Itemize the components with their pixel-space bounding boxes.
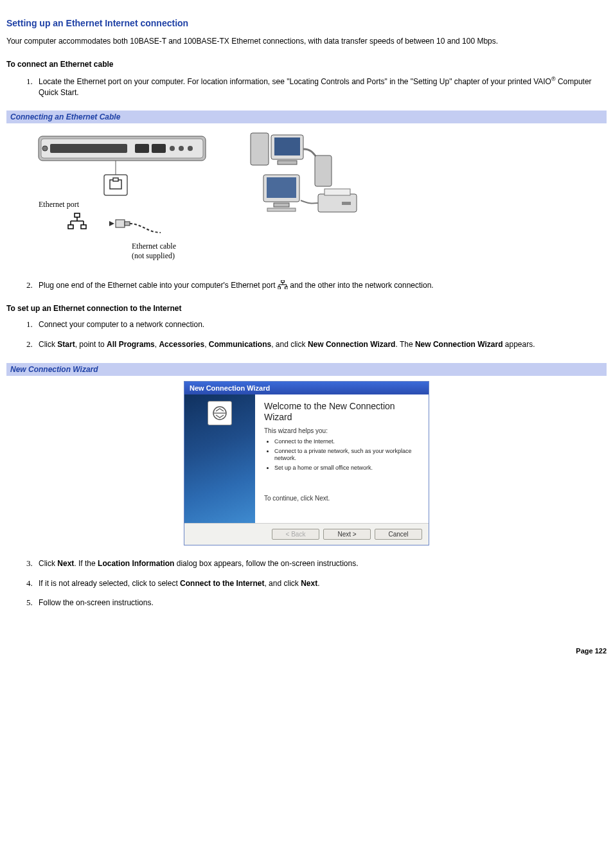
steps-connect-cable: Locate the Ethernet port on your compute… [6, 75, 607, 98]
step-b3-t1: . If the [74, 559, 98, 568]
svg-rect-12 [113, 178, 118, 181]
svg-rect-34 [267, 208, 296, 211]
step-b4-b1: Next [301, 579, 317, 588]
wizard-bullet-2: Set up a home or small office network. [274, 465, 420, 472]
step-b5: Follow the on-screen instructions. [35, 598, 607, 608]
svg-rect-35 [281, 280, 285, 283]
wizard-bullet-1: Connect to a private network, such as yo… [274, 448, 420, 462]
page-title: Setting up an Ethernet Internet connecti… [6, 18, 607, 28]
label-cable-2: (not supplied) [132, 251, 175, 260]
step-b1: Connect your computer to a network conne… [35, 319, 607, 330]
step-b2-t5: . The [395, 340, 414, 349]
step-b2-b0: Start [57, 340, 75, 349]
wizard-back-button[interactable]: < Back [272, 529, 319, 540]
step-b3-b0: Next [57, 559, 74, 568]
svg-point-7 [179, 146, 184, 151]
step-b4-b0: Connect to the Internet [180, 579, 264, 588]
wizard-heading: Welcome to the New Connection Wizard [264, 401, 420, 423]
step-a1-pre: Locate the Ethernet port on your compute… [39, 77, 551, 86]
section-bar-cable: Connecting an Ethernet Cable [6, 111, 607, 123]
svg-rect-29 [324, 189, 350, 195]
connection-icon [208, 401, 232, 425]
subhead-setup-internet: To set up an Ethernet connection to the … [6, 304, 607, 313]
step-b3-t0: Click [39, 559, 57, 568]
svg-rect-5 [152, 144, 166, 153]
svg-rect-32 [267, 177, 296, 198]
step-b2-t6: appears. [503, 340, 535, 349]
steps-setup-internet-2: Click Next. If the Location Information … [6, 558, 607, 608]
svg-point-8 [188, 146, 193, 151]
svg-rect-26 [278, 161, 297, 164]
step-b2-b2: Accessories [159, 340, 204, 349]
svg-rect-41 [285, 287, 288, 290]
svg-rect-13 [75, 213, 80, 217]
steps-connect-cable-2: Plug one end of the Ethernet cable into … [6, 280, 607, 291]
svg-point-3 [42, 146, 48, 151]
step-b4-t2: . [317, 579, 319, 588]
step-b2-b1: All Programs [107, 340, 155, 349]
step-a2-pre: Plug one end of the Ethernet cable into … [39, 281, 278, 290]
svg-rect-23 [251, 133, 269, 165]
svg-rect-33 [274, 203, 289, 207]
intro-paragraph: Your computer accommodates both 10BASE-T… [6, 36, 607, 47]
step-b1-text: Connect your computer to a network conne… [39, 320, 204, 329]
svg-rect-19 [81, 225, 86, 229]
svg-rect-20 [116, 220, 125, 227]
svg-point-6 [170, 146, 175, 151]
svg-rect-2 [50, 144, 127, 153]
illustration-network [244, 130, 366, 233]
wizard-titlebar: New Connection Wizard [184, 382, 429, 394]
step-b4: If it is not already selected, click to … [35, 578, 607, 589]
step-b2-b4: New Connection Wizard [308, 340, 396, 349]
wizard-continue: To continue, click Next. [264, 495, 420, 502]
figure-ethernet-cable: Ethernet port Ethernet cable (not suppli… [6, 130, 607, 265]
step-a2-post: and the other into the network connectio… [290, 281, 433, 290]
wizard-body: Welcome to the New Connection Wizard Thi… [184, 394, 429, 524]
subhead-connect-cable: To connect an Ethernet cable [6, 60, 607, 69]
step-b2-t1: , point to [75, 340, 107, 349]
wizard-left-panel [184, 394, 255, 523]
step-b2-t4: , and click [271, 340, 308, 349]
wizard-cancel-button[interactable]: Cancel [375, 529, 422, 540]
wizard-sub: This wizard helps you: [264, 427, 420, 434]
step-a1: Locate the Ethernet port on your compute… [35, 75, 607, 98]
svg-rect-21 [125, 222, 130, 226]
wizard-right-panel: Welcome to the New Connection Wizard Thi… [255, 394, 429, 523]
step-b2-t0: Click [39, 340, 57, 349]
steps-setup-internet: Connect your computer to a network conne… [6, 319, 607, 350]
step-b2-b3: Communications [209, 340, 271, 349]
section-bar-wizard: New Connection Wizard [6, 363, 607, 376]
step-b2-t3: , [204, 340, 209, 349]
wizard-screenshot: New Connection Wizard Welcome to the New… [6, 381, 607, 545]
page-number: Page 122 [6, 647, 607, 655]
svg-rect-18 [68, 225, 73, 229]
step-b4-t1: , and click [264, 579, 301, 588]
step-b3-t2: dialog box appears, follow the on-screen… [174, 559, 358, 568]
wizard-bullet-0: Connect to the Internet. [274, 438, 420, 445]
label-ethernet-port: Ethernet port [39, 200, 80, 209]
label-cable-1: Ethernet cable [132, 242, 176, 251]
step-b3-b1: Location Information [98, 559, 174, 568]
svg-rect-30 [342, 202, 351, 205]
step-b4-t0: If it is not already selected, click to … [39, 579, 180, 588]
wizard-buttons: < Back Next > Cancel [184, 524, 429, 545]
svg-rect-4 [135, 144, 149, 153]
svg-marker-22 [109, 221, 114, 226]
step-a2: Plug one end of the Ethernet cable into … [35, 280, 607, 291]
step-b2: Click Start, point to All Programs, Acce… [35, 339, 607, 350]
svg-rect-27 [315, 155, 332, 186]
wizard-window: New Connection Wizard Welcome to the New… [184, 381, 429, 545]
svg-rect-25 [274, 137, 300, 155]
wizard-next-button[interactable]: Next > [323, 529, 371, 540]
wizard-bullets: Connect to the Internet. Connect to a pr… [264, 438, 420, 471]
step-b5-text: Follow the on-screen instructions. [39, 598, 154, 607]
ethernet-icon [278, 280, 288, 289]
registered-mark: ® [551, 76, 556, 82]
illustration-computer-port: Ethernet port Ethernet cable (not suppli… [32, 130, 225, 265]
svg-rect-40 [278, 287, 281, 290]
step-b3: Click Next. If the Location Information … [35, 558, 607, 569]
step-b2-b5: New Connection Wizard [415, 340, 503, 349]
